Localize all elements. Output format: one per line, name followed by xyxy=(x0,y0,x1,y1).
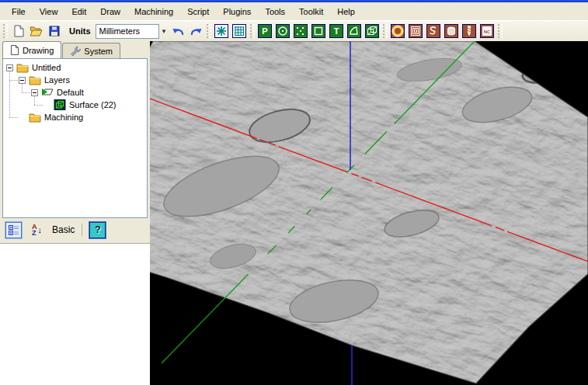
menu-bar: File View Edit Draw Machining Script Plu… xyxy=(0,2,588,20)
units-label: Units xyxy=(69,26,91,36)
tab-system-label: System xyxy=(84,47,113,56)
property-help-button[interactable]: ? xyxy=(89,222,106,238)
draw-points-icon xyxy=(294,24,308,38)
document-icon xyxy=(10,45,19,55)
machine-3d-surface-button[interactable] xyxy=(443,23,461,40)
gcode-icon: NC xyxy=(480,24,494,38)
draw-arc-button[interactable] xyxy=(346,23,364,40)
draw-surface-button[interactable] xyxy=(364,23,381,40)
sidebar-tabs: Drawing System xyxy=(0,41,150,58)
toolbar-grip[interactable] xyxy=(250,24,255,38)
draw-rectangle-icon xyxy=(311,24,325,38)
tree-connector xyxy=(22,92,30,93)
draw-rectangle-button[interactable] xyxy=(310,23,328,40)
tree-connector xyxy=(9,71,10,117)
tree-item-layers[interactable]: Layers xyxy=(3,74,147,86)
tree-item-label: Machining xyxy=(44,113,83,122)
tree-connector xyxy=(34,105,43,106)
draw-text-icon: T xyxy=(329,24,343,38)
toolbar-grip[interactable] xyxy=(3,24,8,38)
tree-item-label: Layers xyxy=(44,75,70,85)
folder-icon xyxy=(29,112,41,123)
property-grid-empty-area[interactable] xyxy=(0,243,150,385)
sidebar-panel: Drawing System xyxy=(0,41,150,385)
menu-draw[interactable]: Draw xyxy=(93,5,127,19)
svg-text:P: P xyxy=(262,26,267,36)
tree-item-label: Surface (22) xyxy=(69,100,117,109)
folder-icon xyxy=(16,62,29,73)
open-file-icon xyxy=(30,25,43,37)
tree-connector xyxy=(9,80,18,81)
tree-connector xyxy=(34,95,35,105)
tab-drawing[interactable]: Drawing xyxy=(2,41,61,58)
new-file-button[interactable] xyxy=(9,23,27,40)
categorized-view-button[interactable] xyxy=(5,222,22,238)
machine-engrave-button[interactable] xyxy=(425,23,443,40)
snap-grid-button[interactable] xyxy=(231,23,249,40)
menu-tools[interactable]: Tools xyxy=(258,5,292,19)
categorized-icon xyxy=(9,224,19,235)
menu-machining[interactable]: Machining xyxy=(127,5,180,19)
draw-circle-icon xyxy=(276,24,290,38)
sort-letter-z: Z xyxy=(32,230,37,236)
surface-icon xyxy=(54,99,66,110)
tree-item-surface[interactable]: Surface (22) xyxy=(3,99,147,111)
tree-item-label: Default xyxy=(57,88,84,97)
draw-surface-icon xyxy=(365,24,379,38)
folder-icon xyxy=(29,75,41,85)
menu-plugins[interactable]: Plugins xyxy=(216,5,258,19)
machine-profile-button[interactable] xyxy=(389,23,407,40)
menu-script[interactable]: Script xyxy=(180,5,216,19)
svg-text:T: T xyxy=(334,26,339,36)
units-dropdown-arrow[interactable]: ▼ xyxy=(159,24,169,39)
menu-view[interactable]: View xyxy=(33,5,65,19)
machine-pocket-button[interactable] xyxy=(407,23,425,40)
units-combobox[interactable]: Millimeters xyxy=(96,24,159,39)
tree-item-machining[interactable]: Machining xyxy=(3,111,147,123)
redo-button[interactable] xyxy=(187,23,205,40)
viewport-3d[interactable] xyxy=(150,41,588,385)
sort-arrow-icon: ↓ xyxy=(38,225,43,234)
property-grid-toolbar: A Z ↓ Basic ? xyxy=(0,218,150,241)
snap-grid-icon xyxy=(232,24,246,38)
engrave-icon xyxy=(426,24,440,38)
toolbar-grip[interactable] xyxy=(207,24,211,38)
menu-file[interactable]: File xyxy=(5,5,33,19)
redo-icon xyxy=(190,26,203,37)
new-file-icon xyxy=(12,25,25,37)
alphabetical-sort-button[interactable]: A Z ↓ xyxy=(29,222,45,238)
menu-toolkit[interactable]: Toolkit xyxy=(292,5,330,19)
open-file-button[interactable] xyxy=(27,23,45,40)
svg-text:NC: NC xyxy=(484,29,491,34)
draw-text-button[interactable]: T xyxy=(328,23,346,40)
application-window: File View Edit Draw Machining Script Plu… xyxy=(0,0,588,385)
drill-icon xyxy=(462,24,476,38)
draw-circle-button[interactable] xyxy=(274,23,292,40)
machine-gcode-button[interactable]: NC xyxy=(478,23,496,40)
draw-points-button[interactable] xyxy=(292,23,310,40)
tab-drawing-label: Drawing xyxy=(23,46,54,55)
undo-icon xyxy=(172,26,185,37)
profile-icon xyxy=(391,24,405,38)
tab-system[interactable]: System xyxy=(62,43,120,58)
draw-arc-icon xyxy=(347,24,361,38)
tree-connector xyxy=(9,117,18,118)
undo-button[interactable] xyxy=(169,23,187,40)
snap-points-button[interactable] xyxy=(213,23,231,40)
tree-item-untitled[interactable]: Untitled xyxy=(3,61,147,74)
tree-item-label: Untitled xyxy=(32,63,61,72)
drawing-tree: Untitled Layers xyxy=(2,58,148,218)
toolbar-separator xyxy=(82,224,82,236)
menu-help[interactable]: Help xyxy=(330,5,362,19)
pocket-icon xyxy=(409,24,423,38)
machine-drill-button[interactable] xyxy=(461,23,478,40)
wrench-icon xyxy=(70,46,81,56)
main-toolbar: Units Millimeters ▼ xyxy=(0,20,588,41)
basic-mode-toggle[interactable]: Basic xyxy=(52,224,75,235)
save-button[interactable] xyxy=(45,23,63,40)
toolbar-grip[interactable] xyxy=(383,24,388,38)
menu-edit[interactable]: Edit xyxy=(64,5,93,19)
draw-polyline-button[interactable]: P xyxy=(256,23,274,40)
layer-icon xyxy=(41,87,54,98)
toolbar-grip[interactable] xyxy=(498,24,503,38)
